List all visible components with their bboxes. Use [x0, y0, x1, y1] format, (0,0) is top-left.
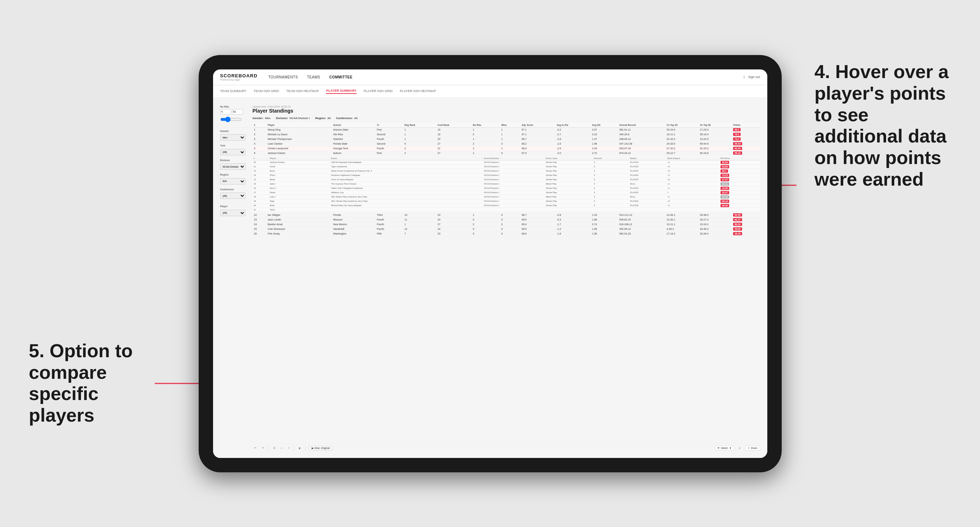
cell-points[interactable]: 88.2 [732, 127, 760, 132]
sidebar-gender-select[interactable]: Men [220, 134, 245, 141]
toolbar-redo[interactable]: ↷ [261, 446, 266, 450]
no-rds-max-input[interactable] [232, 109, 243, 115]
toolbar-clock[interactable]: ◐ [297, 446, 302, 450]
cell-points[interactable]: 38.49 [732, 231, 760, 236]
cell-points[interactable]: 58.18 [732, 151, 760, 156]
nav-teams[interactable]: TEAMS [307, 75, 320, 79]
ev-points-badge[interactable]: 16.50 [721, 187, 729, 190]
points-badge[interactable]: 60.58 [733, 213, 742, 217]
points-badge[interactable]: 39.95 [733, 227, 742, 230]
cell-yr: Fourth [375, 146, 403, 151]
cell-adj-score: 68.6 [520, 231, 555, 236]
cell-no-rds: 0 [471, 132, 500, 137]
points-badge[interactable]: 69.54 [733, 142, 742, 145]
toolbar-export[interactable]: ⇓ [737, 446, 742, 450]
points-badge[interactable]: 60.02 [733, 223, 742, 226]
ev-points-badge-gray[interactable]: 25.38 [721, 195, 729, 198]
event-row: 19 Tiger SEC Stroke Play hosted by Jerry… [253, 199, 760, 203]
toolbar-plus[interactable]: + [287, 446, 291, 450]
subnav-team-h2h-grid[interactable]: TEAM H2H GRID [254, 89, 279, 94]
ev-points-badge[interactable]: 73.23 [721, 174, 729, 177]
toolbar-filter[interactable]: ☷ [272, 446, 277, 450]
sidebar-conference-section: Conference (All) [220, 188, 249, 199]
cell-points[interactable]: 79.2 [732, 132, 760, 137]
annotation-4: 4. Hover over a player's points to see a… [815, 61, 951, 190]
share-icon: ⇧ [748, 447, 750, 450]
ev-points-badge[interactable]: 37.57 [721, 178, 729, 181]
powered-by: Powered by clippi [220, 78, 258, 81]
cell-points[interactable]: 60.58 [732, 213, 760, 217]
subnav-player-h2h-grid[interactable]: PLAYER H2H GRID [364, 89, 393, 94]
sidebar-conference-label: Conference [220, 188, 249, 190]
sign-out-link[interactable]: Sign out [748, 75, 760, 79]
ev-points-badge[interactable]: 46.40 [721, 204, 729, 207]
points-badge[interactable]: 79.2 [733, 133, 741, 136]
sidebar-conference-select[interactable]: (All) [220, 192, 245, 199]
share-button[interactable]: ⇧ Share [745, 446, 760, 451]
cell-vstop25: 27-10-2 [665, 146, 698, 151]
cell-avg-topar: -2.7 [555, 132, 590, 137]
toolbar-copy[interactable]: □ [280, 446, 284, 450]
cell-points[interactable]: 73.2 [732, 137, 760, 141]
cell-reg-rank: 12 [403, 227, 436, 231]
view-original-button[interactable]: ▶ View: Original [309, 446, 333, 451]
cell-points[interactable]: 69.54 [732, 141, 760, 146]
nav-tournaments[interactable]: TOURNAMENTS [268, 75, 298, 79]
ev-col-rank: Rank Impact [666, 157, 719, 160]
cell-points[interactable]: 60.49 [732, 146, 760, 151]
toolbar-undo[interactable]: ↶ [253, 446, 258, 450]
points-badge-highlighted[interactable]: 60.49 [733, 147, 742, 150]
cell-avg-sg: 1.65 [590, 227, 618, 231]
sidebar-region-select[interactable]: N/A [220, 178, 245, 184]
points-badge[interactable]: 58.18 [733, 151, 742, 155]
ev-cell-rank: +0 [666, 169, 719, 173]
ev-cell-division: NCAA Division I [483, 186, 545, 190]
sidebar-division-select[interactable]: NCAA Division I [220, 163, 245, 170]
filter-region-value: All [328, 117, 331, 120]
cell-yr: Fourth [375, 222, 403, 227]
ev-col-division: Event Division [483, 157, 545, 160]
cell-wins: 0 [500, 151, 520, 156]
logo-text: SCOREBOARD [220, 73, 258, 78]
sidebar-year-label: Year [220, 144, 249, 147]
points-badge[interactable]: 38.49 [733, 232, 742, 235]
cell-avg-sg: 2.72 [590, 151, 618, 156]
cell-points[interactable]: 39.95 [732, 227, 760, 231]
ev-points-badge[interactable]: 40.7 [721, 170, 728, 173]
watch-button[interactable]: 👁 Watch ▼ [715, 446, 734, 450]
ev-points-badge[interactable]: 53.60 [721, 165, 729, 168]
no-rds-min-input[interactable] [220, 109, 231, 115]
points-badge[interactable]: 73.2 [733, 137, 741, 141]
ev-cell-type: Stroke Play [545, 169, 593, 173]
ev-col-event: Event [330, 157, 483, 160]
event-sub-table: # Player Event Event Division Event Type… [253, 157, 760, 212]
ev-points-badge[interactable]: 56.18 [721, 200, 729, 203]
ev-cell-event: Mirobel Maui Jim Intercollegiate [330, 203, 483, 208]
subnav-team-h2h-heatmap[interactable]: TEAM H2H HEATMAP [286, 89, 319, 94]
cell-reg-rank: 2 [403, 146, 436, 151]
ev-points-badge[interactable]: 30.47 [721, 191, 729, 194]
subnav-player-h2h-heatmap[interactable]: PLAYER H2H HEATMAP [400, 89, 436, 94]
page-title: Update time: 27/01/2024 16:56:26 Player … [253, 105, 294, 114]
cell-wins: 1 [500, 132, 520, 137]
ev-cell-type: Match Play [545, 182, 593, 186]
cell-vstop25: 14-20-1 [665, 217, 698, 222]
subnav-player-summary[interactable]: PLAYER SUMMARY [326, 89, 356, 94]
no-rds-slider[interactable] [220, 117, 242, 122]
subnav-team-summary[interactable]: TEAM SUMMARY [220, 89, 247, 94]
nav-committee[interactable]: COMMITTEE [329, 75, 353, 79]
ev-points-badge[interactable]: 50.64 [721, 161, 729, 164]
sidebar-range-inputs [220, 109, 249, 115]
cell-reg-rank: 1 [403, 132, 436, 137]
cell-yr: Third [375, 213, 403, 217]
cell-points[interactable]: 60.27 [732, 217, 760, 222]
cell-overall: 452-95-12 [618, 227, 665, 231]
points-badge[interactable]: 88.2 [733, 128, 741, 131]
cell-points[interactable]: 60.02 [732, 222, 760, 227]
ev-points-badge-gray[interactable]: 24.11 [721, 183, 729, 186]
points-badge[interactable]: 60.27 [733, 218, 742, 221]
sidebar-player-select[interactable]: (All) [220, 210, 245, 216]
cell-overall: 674-33-12 [618, 151, 665, 156]
sidebar-year-select[interactable]: (All) [220, 149, 245, 156]
cell-num: 25 [253, 227, 266, 231]
